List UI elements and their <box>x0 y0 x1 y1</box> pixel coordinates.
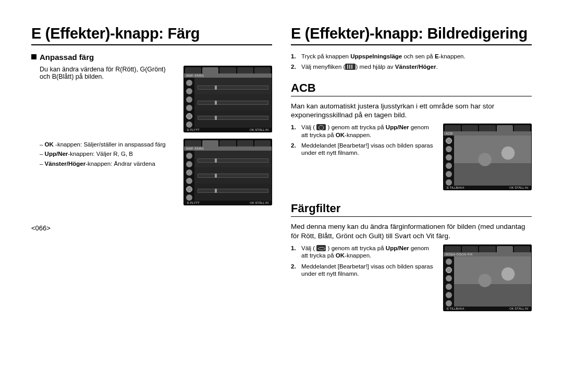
screen-thumbnail-rgb-sliders: ANP. FÄRG E FLYTTOK STÄLL IN <box>183 66 272 132</box>
page-number: <066> <box>31 224 272 232</box>
screen-thumbnail-filter: RÖDA ÖGON FIX E TILLBAKAOK STÄLL IN <box>443 244 532 311</box>
intro-step-2: 2. Välj menyfliken () med hjälp av Vänst… <box>291 63 532 70</box>
acb-desc: Man kan automatiskt justera ljusstyrkan … <box>291 102 532 120</box>
thumb-label-acb: ACB <box>444 131 531 136</box>
thumb-label-filter: RÖDA ÖGON FIX <box>444 252 531 256</box>
title-rule-right <box>291 44 532 45</box>
intro-steps: 1. Tryck på knappen Uppspelningsläge och… <box>291 53 532 71</box>
right-column: E (Effekter)-knapp: Bildredigering 1. Tr… <box>291 25 532 375</box>
thumb-label: ANP. FÄRG <box>184 74 272 78</box>
custom-color-legend-block: – OK -knappen: Säljer/ställer in anspass… <box>31 139 272 205</box>
filter-desc: Med denna meny kan du ändra färginformat… <box>291 222 532 240</box>
left-column: E (Effekter)-knapp: Färg Anpassad färg D… <box>31 25 272 375</box>
screen-thumbnail-acb: ACB E TILLBAKAOK STÄLL IN <box>443 124 532 190</box>
acb-step-1: 1. Välj ( ) genom att trycka på Upp/Ner … <box>291 124 436 139</box>
screen-thumbnail-rgb-sliders-b: ANP. FÄRG E FLYTTOK STÄLL IN <box>183 139 272 205</box>
custom-color-legend: – OK -knappen: Säljer/ställer in anspass… <box>31 139 177 169</box>
acb-heading: ACB <box>291 81 532 95</box>
menu-tab-icon <box>345 64 356 70</box>
filter-steps: 1. Välj ( ) genom att trycka på Upp/Ner … <box>291 244 436 278</box>
square-bullet-icon <box>31 54 36 59</box>
custom-color-intro-block: Du kan ändra värdena för R(Rött), G(Grön… <box>31 66 272 132</box>
thumb-label-b: ANP. FÄRG <box>184 146 272 151</box>
intro-step-1: 1. Tryck på knappen Uppspelningsläge och… <box>291 53 532 60</box>
acb-block: 1. Välj ( ) genom att trycka på Upp/Ner … <box>291 124 532 190</box>
filter-rule <box>291 216 532 217</box>
acb-step-2: 2. Meddelandet [Bearbetar!] visas och bi… <box>291 142 436 157</box>
custom-color-heading: Anpassad färg <box>31 53 272 62</box>
title-rule <box>31 44 272 45</box>
thumb-bot-left: E FLYTT <box>187 128 200 131</box>
acb-rule <box>291 96 532 96</box>
filter-heading: Färgfilter <box>291 202 532 215</box>
filter-step-2: 2. Meddelandet [Bearbetar!] visas och bi… <box>291 263 436 278</box>
custom-color-heading-text: Anpassad färg <box>40 53 94 62</box>
filter-block: 1. Välj ( ) genom att trycka på Upp/Ner … <box>291 244 532 311</box>
thumb-bot-right: OK STÄLL IN <box>250 128 268 131</box>
acb-select-icon <box>316 124 326 130</box>
custom-color-intro: Du kan ändra värdena för R(Rött), G(Grön… <box>31 66 177 81</box>
acb-steps: 1. Välj ( ) genom att trycka på Upp/Ner … <box>291 124 436 157</box>
filter-step-1: 1. Välj ( ) genom att trycka på Upp/Ner … <box>291 244 436 260</box>
filter-select-icon <box>316 245 326 251</box>
left-title: E (Effekter)-knapp: Färg <box>31 25 272 42</box>
right-title: E (Effekter)-knapp: Bildredigering <box>291 25 532 42</box>
